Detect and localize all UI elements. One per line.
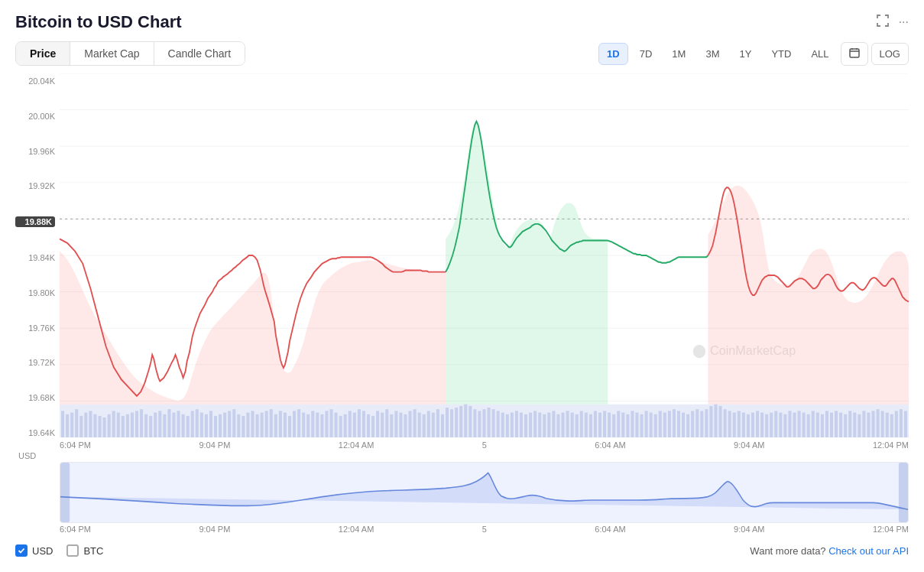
svg-rect-179 [816,413,819,437]
svg-rect-80 [358,409,361,437]
svg-rect-26 [108,414,111,437]
y-label-20_00k: 20.00K [15,112,55,121]
calendar-button[interactable] [841,42,868,66]
svg-rect-61 [270,409,273,437]
svg-rect-72 [320,414,323,437]
svg-rect-84 [376,411,379,437]
svg-rect-200 [60,463,70,522]
svg-rect-55 [242,416,245,437]
svg-rect-28 [117,413,120,437]
expand-icon[interactable] [876,14,890,31]
svg-rect-34 [144,414,148,437]
svg-rect-43 [186,416,190,437]
api-link[interactable]: Check out our API [828,545,909,557]
svg-rect-54 [237,414,240,437]
svg-rect-98 [441,414,444,437]
svg-rect-66 [293,411,296,437]
log-button[interactable]: LOG [871,43,909,65]
svg-rect-93 [418,413,421,437]
y-label-19_92k: 19.92K [15,181,55,190]
svg-rect-22 [89,411,92,437]
time-1d[interactable]: 1D [598,43,628,65]
time-7d[interactable]: 7D [631,43,661,65]
svg-rect-75 [335,413,338,437]
svg-rect-70 [311,411,314,437]
y-axis: 20.04K 20.00K 19.96K 19.92K 19.88K 19.84… [15,73,60,437]
svg-rect-83 [371,416,374,437]
time-1m[interactable]: 1M [663,43,694,65]
svg-rect-73 [325,411,328,437]
svg-rect-52 [228,411,231,437]
svg-rect-68 [302,413,305,437]
legend-btc[interactable]: BTC [66,544,103,557]
time-ytd[interactable]: YTD [763,43,799,65]
legend-usd[interactable]: USD [15,544,53,557]
svg-rect-101 [455,408,458,437]
svg-rect-121 [547,413,550,437]
svg-rect-19 [75,409,78,437]
svg-rect-185 [844,414,847,437]
svg-rect-77 [344,414,347,437]
svg-rect-88 [394,411,397,437]
svg-rect-196 [895,411,898,437]
btc-checkbox[interactable] [66,544,79,557]
svg-rect-74 [330,409,333,437]
svg-rect-156 [709,406,712,437]
svg-rect-154 [700,411,703,437]
svg-rect-48 [209,411,212,437]
svg-rect-94 [423,414,426,437]
svg-rect-16 [61,411,64,437]
chart-type-tabs: Price Market Cap Candle Chart [15,41,245,66]
y-label-19_80k: 19.80K [15,288,55,297]
svg-rect-186 [848,411,851,437]
svg-rect-71 [316,413,319,437]
svg-rect-86 [385,409,388,437]
svg-rect-118 [533,411,537,437]
svg-rect-17 [66,414,69,437]
mini-x-label-2: 12:04 AM [339,525,374,534]
usd-checkbox[interactable] [15,544,28,557]
svg-rect-56 [246,413,249,437]
svg-rect-46 [200,413,203,437]
svg-rect-111 [501,413,504,437]
svg-rect-127 [575,414,579,437]
svg-rect-59 [261,413,264,437]
svg-rect-105 [473,409,476,437]
svg-rect-116 [524,414,527,437]
svg-rect-91 [409,411,412,437]
tab-price[interactable]: Price [16,42,70,65]
time-3m[interactable]: 3M [697,43,728,65]
more-options-icon[interactable]: ··· [899,15,909,29]
svg-rect-79 [353,413,356,437]
svg-rect-162 [738,411,741,437]
time-1y[interactable]: 1Y [731,43,760,65]
svg-rect-194 [886,413,889,437]
svg-rect-143 [650,413,653,437]
mini-chart[interactable] [60,462,909,523]
svg-rect-177 [807,414,810,437]
svg-rect-167 [760,413,764,437]
svg-rect-113 [511,413,514,437]
svg-rect-103 [464,405,467,437]
x-axis: 6:04 PM 9:04 PM 12:04 AM 5 6:04 AM 9:04 … [60,437,909,451]
svg-rect-201 [899,463,908,522]
svg-rect-132 [598,413,601,437]
svg-rect-129 [585,413,588,437]
svg-rect-81 [362,411,365,437]
svg-rect-189 [862,411,865,437]
api-section: Want more data? Check out our API [750,545,909,557]
svg-rect-97 [436,409,439,437]
svg-rect-161 [733,413,736,437]
svg-rect-170 [774,411,777,437]
svg-rect-95 [427,411,430,437]
time-all[interactable]: ALL [802,43,837,65]
tab-market-cap[interactable]: Market Cap [70,42,154,65]
svg-rect-29 [122,416,125,437]
svg-rect-153 [695,409,699,437]
chart-legend: USD BTC [15,544,103,557]
svg-rect-172 [783,414,786,437]
svg-rect-122 [552,411,555,437]
svg-rect-135 [612,414,615,437]
time-range-controls: 1D 7D 1M 3M 1Y YTD ALL LOG [598,42,909,66]
tab-candle-chart[interactable]: Candle Chart [154,42,245,65]
